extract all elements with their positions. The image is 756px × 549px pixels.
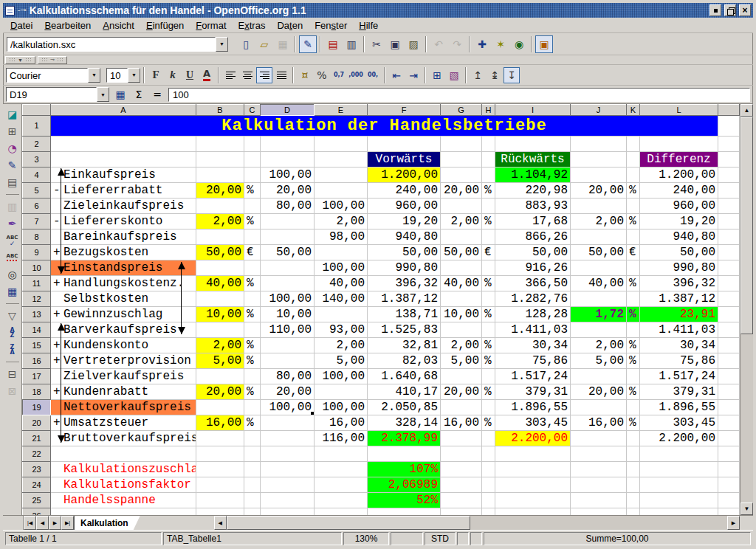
first-sheet-button[interactable]: |◀ <box>24 516 36 530</box>
cell-J3[interactable] <box>571 152 627 168</box>
spellcheck-button[interactable]: ABC✓ <box>4 232 21 249</box>
cell-A24[interactable]: Kalkulationsfaktor <box>51 477 196 493</box>
cell-J19[interactable] <box>571 400 627 415</box>
cell-C2[interactable] <box>244 137 261 152</box>
cell-J6[interactable] <box>571 198 627 214</box>
increase-indent-button[interactable]: ⇥ <box>405 67 422 83</box>
cell-F6[interactable]: 960,00 <box>368 198 441 214</box>
cell-H2[interactable] <box>482 137 495 152</box>
cell-A17[interactable]: Zielverkaufspreis <box>51 369 196 384</box>
row-header-4[interactable]: 4 <box>23 168 51 183</box>
align-justify-button[interactable] <box>273 67 289 83</box>
cell-C5[interactable]: % <box>244 183 261 198</box>
cell-B12[interactable] <box>196 291 244 307</box>
cell-I18[interactable]: 379,31 <box>495 384 571 400</box>
cell-B26[interactable] <box>196 508 244 516</box>
cell-E2[interactable] <box>315 137 368 152</box>
cell-L9[interactable]: 50,00 <box>640 245 718 260</box>
cell-B7[interactable]: 2,00 <box>196 214 244 229</box>
cell-F14[interactable]: 1.525,83 <box>368 322 441 338</box>
cell-L6[interactable]: 960,00 <box>640 198 718 214</box>
cell-I14[interactable]: 1.411,03 <box>495 322 571 338</box>
cell-F18[interactable]: 410,17 <box>368 384 441 400</box>
cell-L10[interactable]: 990,80 <box>640 260 718 276</box>
cell-K18[interactable]: % <box>627 384 640 400</box>
cell-F26[interactable] <box>368 508 441 516</box>
cell-reference-dropdown-button[interactable]: ▼ <box>97 87 109 102</box>
cell-C9[interactable]: € <box>244 245 261 260</box>
row-header-8[interactable]: 8 <box>23 229 51 245</box>
cell-A19[interactable]: Nettoverkaufspreis <box>51 400 196 415</box>
cell-I22[interactable] <box>495 446 571 462</box>
scroll-left-button[interactable]: ◀ <box>214 516 227 530</box>
cell-L17[interactable]: 1.517,24 <box>640 369 718 384</box>
copy-button[interactable]: ▣ <box>386 35 404 53</box>
cell-I4[interactable]: 1.104,92 <box>495 168 571 183</box>
cell-J23[interactable] <box>571 462 627 477</box>
new-document-button[interactable]: ▯ <box>237 35 255 53</box>
cell-H25[interactable] <box>482 493 495 508</box>
cell-G22[interactable] <box>441 446 482 462</box>
row-header-15[interactable]: 15 <box>23 338 51 353</box>
cell-G8[interactable] <box>441 229 482 245</box>
cell-D11[interactable] <box>261 276 315 291</box>
cell-H24[interactable] <box>482 477 495 493</box>
cell-L24[interactable] <box>640 477 718 493</box>
cell-L4[interactable]: 1.200,00 <box>640 168 718 183</box>
cell-F15[interactable]: 32,81 <box>368 338 441 353</box>
column-header-B[interactable]: B <box>196 105 244 116</box>
cell-B9[interactable]: 50,00 <box>196 245 244 260</box>
cell-A21[interactable]: Bruttoverkaufspreis <box>51 431 196 446</box>
cell-I15[interactable]: 30,34 <box>495 338 571 353</box>
cell-F3[interactable]: Vorwärts <box>368 152 441 168</box>
cell-A3[interactable] <box>51 152 196 168</box>
cell-G14[interactable] <box>441 322 482 338</box>
number-format-currency-button[interactable]: ¤ <box>297 67 313 83</box>
cell-D25[interactable] <box>261 493 315 508</box>
row-header-11[interactable]: 11 <box>23 276 51 291</box>
cell-C15[interactable]: % <box>244 338 261 353</box>
draw-functions-button[interactable]: ✎ <box>4 157 21 173</box>
cell-H4[interactable] <box>482 168 495 183</box>
cell-D20[interactable] <box>261 415 315 431</box>
cell-I23[interactable] <box>495 462 571 477</box>
cell-A2[interactable] <box>51 137 196 152</box>
select-all-corner[interactable] <box>23 105 51 116</box>
cell-K17[interactable] <box>627 369 640 384</box>
cell-E8[interactable]: 98,00 <box>315 229 368 245</box>
cell-D21[interactable] <box>261 431 315 446</box>
cell-G24[interactable] <box>441 477 482 493</box>
cell-B14[interactable] <box>196 322 244 338</box>
cell-G4[interactable] <box>441 168 482 183</box>
cell-F16[interactable]: 82,03 <box>368 353 441 369</box>
cell-E18[interactable] <box>315 384 368 400</box>
cell-D3[interactable] <box>261 152 315 168</box>
cell-H26[interactable] <box>482 508 495 516</box>
cell-I25[interactable] <box>495 493 571 508</box>
cell-A14[interactable]: Barverkaufspreis <box>51 322 196 338</box>
menu-format[interactable]: Format <box>190 19 232 32</box>
italic-button[interactable]: k <box>165 67 181 83</box>
cell-K21[interactable] <box>627 431 640 446</box>
function-button[interactable]: = <box>148 86 166 103</box>
menu-datei[interactable]: Datei <box>4 19 38 32</box>
cell-F7[interactable]: 19,20 <box>368 214 441 229</box>
cell-D23[interactable] <box>261 462 315 477</box>
cell-E17[interactable]: 100,00 <box>315 369 368 384</box>
cell-I3[interactable]: Rückwärts <box>495 152 571 168</box>
row-header-5[interactable]: 5 <box>23 183 51 198</box>
number-format-standard-button[interactable]: 0,7 <box>331 67 347 83</box>
cell-C23[interactable] <box>244 462 261 477</box>
minimize-button[interactable] <box>709 4 721 16</box>
cell-D7[interactable] <box>261 214 315 229</box>
cell-H13[interactable]: % <box>482 307 495 322</box>
cell-K22[interactable] <box>627 446 640 462</box>
sort-ascending-button[interactable]: AZ <box>4 325 21 341</box>
cell-J26[interactable] <box>571 508 627 516</box>
cell-L13[interactable]: 23,91 <box>640 307 718 322</box>
column-header-H[interactable]: H <box>482 105 495 116</box>
paste-button[interactable]: ▨ <box>405 35 422 53</box>
cell-E12[interactable]: 140,00 <box>315 291 368 307</box>
formula-input[interactable] <box>168 88 750 102</box>
background-color-button[interactable]: ▧ <box>446 67 462 83</box>
